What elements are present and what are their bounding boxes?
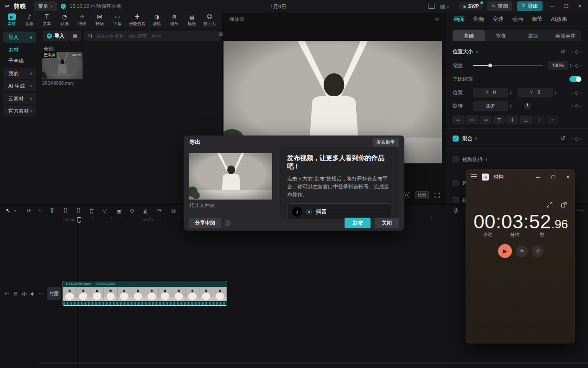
scale-value[interactable]: 100% (548, 61, 568, 70)
position-x-field[interactable]: X0 (473, 88, 508, 97)
hamburger-menu-icon[interactable] (471, 174, 477, 180)
ribbon-captions[interactable]: ▭字幕 (109, 13, 126, 27)
import-button[interactable]: +导入 (43, 31, 69, 41)
clock-close-button[interactable]: ✕ (566, 174, 570, 180)
reset-icon[interactable]: ↺ (561, 135, 565, 142)
ribbon-templates[interactable]: ▤模板 (183, 13, 201, 27)
popout-icon[interactable] (561, 201, 567, 208)
reset-icon[interactable]: ↺ (561, 48, 565, 55)
minimize-button[interactable]: — (547, 3, 557, 9)
video-clip[interactable]: 1R3A9990.mov 00:04:12:05 (63, 281, 227, 306)
ribbon-adjust[interactable]: ⚙调节 (166, 13, 183, 27)
mic-icon[interactable] (453, 207, 459, 214)
open-folder-link[interactable]: 打开文件夹 (189, 202, 215, 209)
x-stepper[interactable]: ▲▼ (510, 90, 512, 95)
split-left-icon[interactable]: ][ (64, 207, 68, 214)
ratio-button[interactable]: 比例 (415, 191, 429, 199)
tab-ai-effects[interactable]: AI效果 (551, 15, 567, 23)
clock-minimize-button[interactable]: — (536, 174, 540, 180)
export-button[interactable]: ⇧导出 (517, 1, 543, 11)
captions-icon[interactable]: ⋯ (428, 4, 435, 9)
crop-icon[interactable]: ⧉ (172, 207, 176, 214)
svip-badge[interactable]: ◆SVIP (459, 2, 483, 10)
rotate-stepper[interactable]: ▲▼ (510, 104, 512, 109)
keyframe-icon[interactable]: ◇ (575, 63, 578, 69)
align-bottom-icon[interactable]: ⊥ (520, 116, 532, 124)
mask-icon[interactable]: ▽ (102, 207, 107, 214)
rotate-field[interactable]: 0.0° (473, 101, 508, 111)
position-y-field[interactable]: Y0 (518, 88, 553, 97)
tab-speed[interactable]: 变速 (492, 15, 504, 23)
align-right-icon[interactable]: ⇥ (479, 116, 492, 124)
rotation-dial[interactable] (524, 103, 531, 110)
keyframe-icon[interactable]: ◇ (575, 90, 578, 96)
eye-icon[interactable] (21, 292, 27, 296)
stabilize-checkbox[interactable] (453, 156, 459, 162)
select-tool-icon[interactable]: ↖ (6, 207, 10, 214)
freeze-frame-icon[interactable]: ▣ (116, 207, 121, 214)
subtab-cutout[interactable]: 抠像 (485, 30, 518, 41)
ribbon-avatar[interactable]: ☺数字人 (201, 13, 218, 27)
ribbon-smart-pack[interactable]: ✚智能包装 (126, 13, 148, 27)
menu-button[interactable]: 菜单∨ (34, 1, 57, 11)
close-button[interactable]: ✕ (575, 3, 584, 9)
playhead-handle[interactable] (77, 217, 81, 223)
subtab-beauty[interactable]: 美颜美体 (550, 30, 582, 41)
ribbon-audio[interactable]: ♪音频 (20, 13, 38, 27)
rotate-icon[interactable]: ↷ (157, 207, 162, 214)
slider-knob[interactable] (488, 64, 492, 67)
tab-animation[interactable]: 动画 (512, 15, 523, 23)
sidebar-subdraft[interactable]: 子草稿 (0, 55, 39, 66)
review-button[interactable]: ⊡审阅 (487, 1, 512, 11)
magnet-icon[interactable]: ⋯ (576, 207, 582, 214)
search-input[interactable] (96, 33, 217, 39)
filter-all-label[interactable]: 全部 (44, 45, 54, 52)
blend-checkbox[interactable]: ✓ (453, 136, 459, 142)
keyframe-icon[interactable]: ◇ (575, 49, 578, 55)
undo-icon[interactable]: ↺ (26, 207, 31, 214)
help-icon[interactable]: ? (225, 220, 230, 226)
ribbon-media[interactable]: ▶素材 (3, 13, 20, 27)
fullscreen-icon[interactable] (435, 193, 440, 198)
panel-collapse-icon[interactable]: › (582, 207, 584, 214)
keyframe-icon[interactable]: ◇ (575, 103, 578, 109)
lap-flag-button[interactable]: ⚑ (516, 245, 528, 257)
hd-checkbox[interactable] (453, 180, 459, 186)
ribbon-effects[interactable]: ✧特效 (73, 13, 91, 27)
denoise-checkbox[interactable] (453, 197, 459, 203)
subtab-basic[interactable]: 基础 (453, 30, 485, 41)
cover-button[interactable]: 封面 (47, 287, 61, 300)
scale-slider[interactable] (473, 65, 543, 66)
align-center-v-icon[interactable]: ⇕ (506, 116, 518, 124)
sidebar-mine[interactable]: 我的∨ (3, 68, 36, 79)
publish-assistant-button[interactable]: 发布助手 (373, 138, 399, 147)
sidebar-ai-generate[interactable]: AI 生成∨ (3, 80, 36, 91)
sidebar-material[interactable]: 素材 (0, 44, 39, 55)
ribbon-text[interactable]: T文本 (38, 13, 56, 27)
delete-icon[interactable] (89, 208, 95, 214)
search-box[interactable] (84, 31, 221, 41)
start-button[interactable]: ▶ (498, 244, 512, 258)
track-collapse-icon[interactable]: ⊡ (5, 291, 9, 297)
tab-adjust[interactable]: 调节 (531, 15, 543, 23)
subtab-mask[interactable]: 蒙版 (517, 30, 550, 41)
sidebar-import[interactable]: 导入∧ (3, 32, 36, 43)
select-tool-dropdown[interactable]: ∨ (14, 207, 16, 214)
y-stepper[interactable]: ▲▼ (554, 90, 556, 95)
align-left-icon[interactable]: ⇤ (453, 116, 465, 124)
reset-button[interactable]: ↺ (532, 245, 543, 257)
tab-audio[interactable]: 音频 (473, 15, 484, 23)
publish-button[interactable]: 发布 (345, 218, 371, 228)
layout-icon[interactable]: ▥ ∨ (440, 3, 449, 10)
ribbon-sticker[interactable]: ◔贴纸 (56, 13, 73, 27)
keyframe-icon[interactable]: ◇ (575, 136, 578, 142)
reverse-icon[interactable]: ⊙ (130, 207, 134, 214)
close-dialog-button[interactable]: 关闭 (375, 218, 399, 228)
platform-radio[interactable] (306, 209, 312, 214)
media-thumbnail[interactable]: 已添加 04:25 (42, 52, 83, 79)
mirror-icon[interactable]: ◭ (143, 207, 147, 214)
position-size-section[interactable]: 位置大小 (453, 48, 473, 55)
sidebar-cloud[interactable]: 云素材∨ (3, 93, 36, 104)
ribbon-filters[interactable]: ◑滤镜 (148, 13, 166, 27)
clock-maximize-button[interactable]: □ (551, 174, 555, 180)
